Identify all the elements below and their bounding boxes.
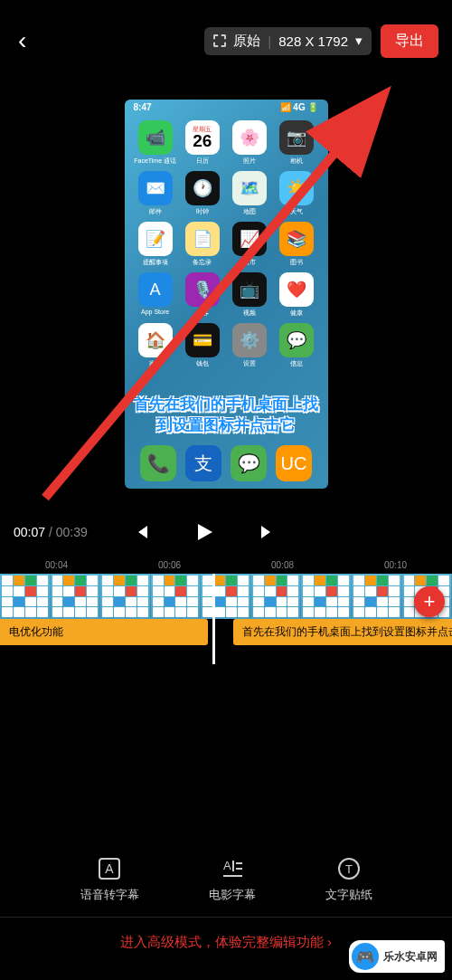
caption-clip[interactable]: 电优化功能: [0, 619, 208, 645]
timeline[interactable]: + 电优化功能 首先在我们的手机桌面上找到设置图标并点击它: [0, 574, 452, 637]
watermark-icon: 🎮: [352, 943, 379, 970]
svg-text:T: T: [345, 862, 353, 876]
chevron-down-icon: ▾: [355, 33, 363, 49]
app-icon: 📹FaceTime 通话: [134, 120, 177, 166]
prev-button[interactable]: [133, 524, 149, 540]
add-clip-button[interactable]: +: [414, 586, 445, 617]
app-icon: ❤️健康: [275, 272, 318, 318]
preview-content: 8:47 📶 4G 🔋 📹FaceTime 通话星期五26日历🌸照片📷相机✉️邮…: [125, 100, 328, 489]
resolution-mode: 原始: [233, 33, 260, 50]
dock-icon: 📞: [140, 445, 176, 481]
svg-text:A: A: [105, 861, 114, 876]
app-icon: 📚图书: [275, 222, 318, 267]
timeline-ruler[interactable]: 00:0400:0600:0800:10: [0, 557, 452, 574]
timeline-thumbnail[interactable]: [301, 574, 352, 619]
voice-subtitle-icon: A: [98, 857, 121, 880]
resolution-value: 828 X 1792: [278, 33, 348, 49]
voice-to-subtitle-button[interactable]: A 语音转字幕: [80, 857, 139, 903]
video-preview[interactable]: 8:47 📶 4G 🔋 📹FaceTime 通话星期五26日历🌸照片📷相机✉️邮…: [0, 81, 452, 507]
text-sticker-button[interactable]: T 文字贴纸: [325, 857, 372, 903]
chevron-right-icon: ›: [327, 934, 332, 949]
next-button[interactable]: [259, 524, 276, 540]
export-button[interactable]: 导出: [381, 24, 438, 58]
timeline-thumbnail[interactable]: [151, 574, 202, 619]
timeline-thumbnail[interactable]: [51, 574, 101, 619]
resolution-selector[interactable]: 原始 | 828 X 1792 ▾: [204, 27, 372, 55]
movie-subtitle-icon: A: [221, 857, 244, 880]
dock-icon: 支: [185, 445, 221, 481]
app-icon: 🗺️地图: [228, 171, 271, 216]
app-icon: 🎙️播客: [181, 272, 224, 318]
dock-icon: UC: [276, 445, 312, 481]
playhead[interactable]: [212, 574, 215, 664]
preview-subtitle: 首先在我们的手机桌面上找到设置图标并点击它: [125, 395, 328, 436]
back-button[interactable]: ‹: [18, 26, 26, 55]
app-icon: 📝提醒事项: [134, 222, 177, 267]
app-icon: AApp Store: [134, 272, 177, 318]
app-icon: 📺视频: [228, 272, 271, 318]
svg-text:A: A: [223, 859, 231, 872]
app-icon: 🏠家庭: [134, 323, 177, 368]
text-sticker-icon: T: [337, 857, 361, 880]
timeline-thumbnail[interactable]: [352, 574, 402, 619]
status-signal: 📶 4G 🔋: [280, 102, 319, 112]
app-icon: 星期五26日历: [181, 120, 224, 166]
crop-icon: [213, 34, 226, 47]
app-icon: 💳钱包: [181, 323, 224, 368]
app-icon: 🕐时钟: [181, 171, 224, 216]
app-icon: ☀️天气: [275, 171, 318, 216]
video-track[interactable]: [0, 574, 452, 619]
app-icon: 📈股市: [228, 222, 271, 267]
play-button[interactable]: [194, 522, 214, 542]
app-icon: 🌸照片: [228, 120, 271, 166]
app-icon: 📄备忘录: [181, 222, 224, 267]
timeline-thumbnail[interactable]: [251, 574, 302, 619]
dock-icon: 💬: [231, 445, 267, 481]
status-time: 8:47: [134, 102, 152, 112]
timeline-thumbnail[interactable]: [201, 574, 251, 619]
app-icon: ✉️邮件: [134, 171, 177, 216]
timeline-thumbnail[interactable]: [100, 574, 151, 619]
watermark: 🎮 乐水安卓网: [349, 940, 445, 973]
caption-clip[interactable]: 首先在我们的手机桌面上找到设置图标并点击它: [233, 619, 452, 645]
timecode: 00:07 / 00:39: [14, 525, 88, 539]
app-icon: 📷相机: [275, 120, 318, 166]
timeline-thumbnail[interactable]: [0, 574, 51, 619]
app-icon: ⚙️设置: [228, 323, 271, 368]
movie-subtitle-button[interactable]: A 电影字幕: [209, 857, 256, 903]
app-icon: 💬信息: [275, 323, 318, 368]
